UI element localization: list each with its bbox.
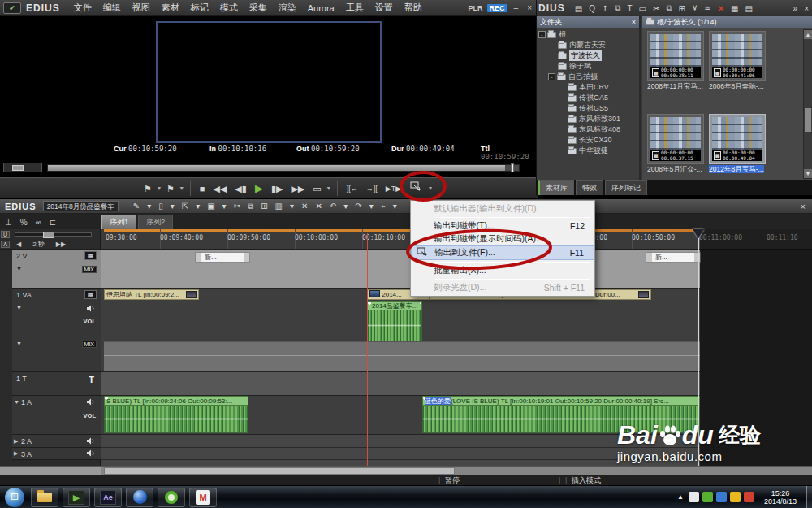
- save-icon[interactable]: ▣: [204, 202, 218, 211]
- title-clip[interactable]: 新...: [646, 252, 701, 263]
- expander-icon[interactable]: -: [538, 31, 546, 38]
- vol-label[interactable]: VOL: [84, 412, 96, 419]
- new-sequence-icon[interactable]: ▯: [155, 202, 166, 211]
- ripple-mode-icon[interactable]: %: [20, 218, 28, 227]
- open-project-icon[interactable]: ⇱: [179, 202, 192, 211]
- expander-icon[interactable]: -: [548, 73, 555, 80]
- expand-icon[interactable]: ▼: [16, 266, 22, 271]
- clip-thumbnail[interactable]: ▦ 00:00:00:0000:00:41:06 2006年8月奔驰-...: [709, 31, 766, 92]
- track-1a-content[interactable]: S BLUE) TL [In:00:09:24:06 Out:00:09:53:…: [102, 396, 700, 435]
- timeline-hscrollbar[interactable]: [0, 466, 812, 475]
- loop-dropdown[interactable]: ▾: [326, 179, 332, 198]
- mix-badge[interactable]: MIX: [82, 266, 97, 273]
- position-scrubber[interactable]: [47, 164, 520, 172]
- track-header-2v[interactable]: 2 V ▦ ▼ MIX: [12, 250, 102, 289]
- tree-item[interactable]: 内蒙古天安: [537, 40, 639, 50]
- menu-clip[interactable]: 素材: [156, 2, 185, 14]
- import-icon[interactable]: ⧉: [611, 3, 624, 13]
- scrollbar-thumb[interactable]: [104, 467, 455, 475]
- zoom-slider[interactable]: [15, 232, 92, 237]
- menu-capture[interactable]: 采集: [244, 2, 273, 14]
- taskbar-clock[interactable]: 15:26 2014/8/13: [758, 489, 803, 506]
- menu-view[interactable]: 视图: [127, 2, 156, 14]
- menu-item-burn-disc[interactable]: 刻录光盘(D)...Shift + F11: [411, 281, 594, 294]
- close-button[interactable]: ×: [525, 3, 534, 12]
- track-header-3a[interactable]: ▶ 3 A: [12, 448, 102, 460]
- tree-item-selected[interactable]: 宁波长久: [537, 50, 639, 61]
- tray-icon[interactable]: [730, 492, 741, 502]
- dropdown-icon[interactable]: ▾: [167, 202, 178, 211]
- view-mode-icon[interactable]: ▤: [741, 4, 755, 13]
- menu-item-print-to-tape[interactable]: 输出到磁带(T)...F12: [411, 219, 594, 232]
- cut-icon[interactable]: ✂: [231, 202, 244, 211]
- timescale-left-icon[interactable]: ◀: [16, 241, 21, 248]
- show-desktop-button[interactable]: [806, 486, 812, 508]
- play-around-button[interactable]: ▶T▶: [382, 179, 405, 198]
- menu-marker[interactable]: 标记: [185, 2, 214, 14]
- scroll-up-icon[interactable]: ▲: [804, 30, 812, 39]
- volume-rubber-band-area[interactable]: [104, 341, 700, 371]
- monitor-icon[interactable]: ▭: [636, 4, 650, 13]
- goto-out-button[interactable]: →][: [362, 179, 382, 198]
- set-out-button[interactable]: ⚑: [162, 179, 179, 198]
- track-2a-content[interactable]: [102, 435, 700, 448]
- video-clip[interactable]: 伊思坦纳 TL [In:00:09:2...: [104, 289, 199, 300]
- tree-item[interactable]: 传祺GS5: [537, 103, 639, 114]
- menu-edit[interactable]: 编辑: [97, 2, 127, 14]
- tree-item[interactable]: 东风标致301: [537, 114, 639, 124]
- menu-render[interactable]: 渲染: [273, 2, 302, 14]
- timeline-close-icon[interactable]: ×: [794, 202, 812, 211]
- menu-help[interactable]: 帮助: [399, 2, 428, 14]
- sync-mode-icon[interactable]: ⊥: [5, 218, 12, 227]
- expand-icon[interactable]: ▼: [16, 341, 22, 346]
- tree-item[interactable]: 徐子斌: [537, 61, 639, 72]
- track-4a-content[interactable]: [102, 460, 700, 466]
- rewind-button[interactable]: ◀◀: [209, 179, 231, 198]
- taskbar-browser-icon[interactable]: [126, 488, 153, 507]
- bin-close-icon[interactable]: ×: [801, 4, 812, 13]
- stop-button[interactable]: ■: [196, 179, 209, 198]
- menu-item-batch-export[interactable]: 批量输出(X)...: [411, 264, 594, 277]
- tray-icon[interactable]: [702, 492, 713, 502]
- tray-icon[interactable]: [716, 492, 727, 502]
- dropdown-icon[interactable]: ▾: [192, 202, 203, 211]
- tree-item[interactable]: 中华骏捷: [537, 145, 639, 156]
- export-dropdown[interactable]: ▾: [427, 179, 434, 198]
- track-2v-content[interactable]: 新... 新...: [102, 250, 700, 289]
- tray-expand-icon[interactable]: ▲: [676, 493, 685, 501]
- paste-icon[interactable]: ⊞: [257, 202, 270, 211]
- menu-file[interactable]: 文件: [68, 2, 97, 14]
- mix-rubber-band[interactable]: [102, 284, 700, 284]
- fast-forward-button[interactable]: ▶▶: [287, 179, 309, 198]
- tree-item[interactable]: 本田CRV: [537, 82, 639, 93]
- set-in-dropdown[interactable]: ▾: [156, 179, 162, 198]
- add-cut-icon[interactable]: ⌁: [378, 202, 389, 211]
- tree-item-root[interactable]: -根: [537, 29, 639, 40]
- menu-mode[interactable]: 模式: [214, 2, 244, 14]
- scrubber-handle[interactable]: [511, 163, 514, 172]
- track-1t-content[interactable]: [102, 372, 700, 396]
- delete-icon[interactable]: ✕: [312, 202, 325, 211]
- search-icon[interactable]: Q: [585, 4, 598, 13]
- delete-icon[interactable]: ✕: [715, 4, 728, 13]
- menu-item-print-to-file[interactable]: 输出到文件(F)...F11: [411, 245, 594, 260]
- taskbar-360-icon[interactable]: [158, 488, 185, 507]
- snap-mode-icon[interactable]: ⊏: [50, 218, 56, 227]
- copy-icon[interactable]: ⧉: [663, 3, 675, 13]
- dropdown-icon[interactable]: ▾: [390, 202, 400, 211]
- clip-thumbnail-selected[interactable]: ▦ 00:00:00:0000:00:49:04 2012年8月宝马-...: [709, 114, 766, 175]
- audio-clip[interactable]: S BLUE) TL [In:00:09:24:06 Out:00:09:53:…: [104, 396, 248, 433]
- tray-icon[interactable]: [689, 492, 699, 502]
- expand-icon[interactable]: ▼: [14, 399, 19, 405]
- send-to-timeline-icon[interactable]: ⊻: [689, 4, 701, 13]
- track-1va-content[interactable]: 伊思坦纳 TL [In:00:09:2... 2014... 2015490宝马…: [102, 289, 700, 372]
- set-out-dropdown[interactable]: ▾: [179, 179, 185, 198]
- audio-mute-button[interactable]: A: [1, 241, 10, 248]
- track-header-1va[interactable]: 1 VA ▦ ▼ VOL ▼ MIX: [12, 289, 102, 372]
- start-button[interactable]: ⊞: [5, 488, 24, 507]
- clip-thumbnail[interactable]: ▦ 00:00:00:0000:00:38:11 2008年11月宝马...: [647, 31, 704, 92]
- tree-item[interactable]: 传祺GA5: [537, 93, 639, 103]
- tab-bin[interactable]: 素材库: [538, 180, 574, 195]
- set-in-button[interactable]: ⚑: [140, 179, 156, 198]
- tab-sequence-2[interactable]: 序列2: [138, 215, 173, 229]
